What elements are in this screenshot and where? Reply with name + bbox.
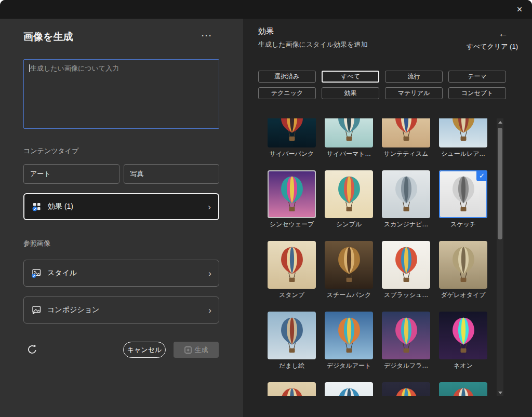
effect-thumbnail[interactable]: ✓ [325, 312, 373, 359]
effect-label: スタンプ [268, 291, 316, 300]
effect-thumbnail[interactable]: ✓ [382, 241, 430, 289]
effects-grid-viewport: ✓ サイバーパンク ✓ サイバーマト... ✓ サンテ [268, 118, 488, 396]
effect-tile-partial-1[interactable]: ✓ [268, 382, 316, 396]
chip-popular[interactable]: 流行 [385, 71, 443, 83]
effect-thumbnail[interactable]: ✓ [382, 118, 430, 147]
effect-label: スプラッシュ... [382, 291, 430, 300]
balloon-image [392, 245, 421, 287]
effect-thumbnail[interactable]: ✓ [268, 312, 316, 359]
chip-themes[interactable]: テーマ [448, 71, 506, 83]
effect-label: スチームパンク [325, 291, 373, 300]
content-type-art-button[interactable]: アート [23, 164, 119, 184]
reset-button[interactable] [25, 343, 39, 357]
generate-icon [184, 346, 192, 354]
effect-tile-cyberpunk[interactable]: ✓ サイバーパンク [268, 118, 316, 170]
generate-button[interactable]: 生成 [174, 342, 219, 358]
page-title: 画像を生成 [23, 30, 73, 44]
reference-image-label: 参照画像 [23, 239, 50, 248]
chevron-right-icon: › [208, 306, 211, 315]
effects-grid: ✓ サイバーパンク ✓ サイバーマト... ✓ サンテ [268, 118, 488, 396]
more-options-icon: ··· [202, 31, 212, 40]
style-button[interactable]: スタイル › [23, 260, 219, 287]
effect-tile-synthetism[interactable]: ✓ サンテティスム [382, 118, 430, 170]
prompt-placeholder: 生成したい画像について入力 [30, 64, 119, 72]
balloon-image [392, 174, 421, 216]
effect-thumbnail[interactable]: ✓ [382, 312, 430, 359]
effect-tile-neon[interactable]: ✓ ネオン [439, 312, 487, 382]
back-arrow-icon: ← [498, 28, 508, 39]
effect-thumbnail[interactable]: ✓ [439, 170, 487, 218]
effect-tile-stamp[interactable]: ✓ スタンプ [268, 241, 316, 312]
content-type-photo-button[interactable]: 写真 [124, 164, 220, 184]
effect-tile-simple[interactable]: ✓ シンプル [325, 170, 373, 241]
chip-materials[interactable]: マテリアル [385, 87, 443, 99]
effect-thumbnail[interactable]: ✓ [325, 241, 373, 289]
effect-thumbnail[interactable]: ✓ [382, 170, 430, 218]
effect-thumbnail[interactable]: ✓ [268, 241, 316, 289]
style-icon [31, 268, 42, 278]
effect-tile-partial-4[interactable]: ✓ [439, 382, 487, 396]
effects-icon [32, 201, 42, 212]
effect-thumbnail[interactable]: ✓ [325, 118, 373, 147]
chevron-right-icon: › [208, 269, 211, 278]
effect-tile-surreal[interactable]: ✓ シュールレア... [439, 118, 487, 170]
effect-thumbnail[interactable]: ✓ [325, 170, 373, 218]
generate-image-dialog: × 画像を生成 ··· 生成したい画像について入力 コンテンツタイプ アート 写… [0, 0, 532, 417]
effect-label: サイバーパンク [268, 150, 316, 158]
effect-tile-cybermat[interactable]: ✓ サイバーマト... [325, 118, 373, 170]
effect-tile-digital-fractal[interactable]: ✓ デジタルフラ... [382, 312, 430, 382]
effect-thumbnail[interactable]: ✓ [268, 118, 316, 147]
scroll-down-icon[interactable] [497, 389, 503, 396]
effect-tile-partial-3[interactable]: ✓ [382, 382, 430, 396]
scroll-up-icon[interactable] [497, 118, 503, 126]
effect-category-chips: 選択済み すべて 流行 テーマ テクニック 効果 マテリアル コンセプト [258, 71, 518, 99]
effect-tile-digital-art[interactable]: ✓ デジタルアート [325, 312, 373, 382]
effect-label: シンセウェーブ [268, 220, 316, 229]
balloon-image [392, 316, 421, 357]
balloon-image [449, 174, 478, 216]
grid-scrollbar[interactable] [497, 118, 503, 396]
effect-thumbnail[interactable]: ✓ [325, 382, 373, 396]
effect-tile-steampunk[interactable]: ✓ スチームパンク [325, 241, 373, 312]
chip-all[interactable]: すべて [322, 71, 379, 83]
effect-thumbnail[interactable]: ✓ [439, 382, 487, 396]
effect-thumbnail[interactable]: ✓ [439, 312, 487, 359]
effect-thumbnail[interactable]: ✓ [268, 382, 316, 396]
effect-thumbnail[interactable]: ✓ [268, 170, 316, 218]
balloon-image [449, 245, 478, 287]
composition-icon [31, 305, 42, 315]
effects-button[interactable]: 効果 (1) › [23, 193, 219, 220]
effect-tile-scandinavian[interactable]: ✓ スカンジナビ... [382, 170, 430, 241]
content-type-options: アート 写真 [23, 164, 219, 184]
effect-label: デジタルフラ... [382, 361, 430, 370]
cancel-button[interactable]: キャンセル [123, 342, 166, 358]
effect-tile-splash[interactable]: ✓ スプラッシュ... [382, 241, 430, 312]
chip-techniques[interactable]: テクニック [258, 87, 316, 99]
balloon-image [335, 316, 364, 357]
balloon-image [449, 316, 478, 357]
effect-tile-daguerreotype[interactable]: ✓ ダゲレオタイプ [439, 241, 487, 312]
more-options-button[interactable]: ··· [202, 31, 212, 40]
back-button[interactable]: ← [498, 28, 508, 39]
close-button[interactable]: × [512, 3, 527, 16]
effect-thumbnail[interactable]: ✓ [439, 241, 487, 289]
effect-label: だまし絵 [268, 361, 316, 370]
effect-label: スカンジナビ... [382, 220, 430, 229]
effect-thumbnail[interactable]: ✓ [439, 118, 487, 147]
chip-effects[interactable]: 効果 [322, 87, 379, 99]
composition-button[interactable]: コンポジション › [23, 297, 219, 324]
clear-all-button[interactable]: すべてクリア (1) [467, 42, 518, 51]
balloon-image [449, 386, 478, 396]
selected-check-icon: ✓ [476, 170, 487, 181]
effect-tile-sketch[interactable]: ✓ スケッチ [439, 170, 487, 241]
scrollbar-thumb[interactable] [498, 128, 502, 239]
effect-tile-synthwave[interactable]: ✓ シンセウェーブ [268, 170, 316, 241]
content-type-label: コンテンツタイプ [23, 146, 78, 156]
effect-tile-partial-2[interactable]: ✓ [325, 382, 373, 396]
chip-selected[interactable]: 選択済み [258, 71, 316, 83]
effect-tile-trompe-loeil[interactable]: ✓ だまし絵 [268, 312, 316, 382]
balloon-image [277, 174, 307, 216]
effect-thumbnail[interactable]: ✓ [382, 382, 430, 396]
chip-concepts[interactable]: コンセプト [448, 87, 506, 99]
prompt-input[interactable]: 生成したい画像について入力 [23, 59, 219, 129]
